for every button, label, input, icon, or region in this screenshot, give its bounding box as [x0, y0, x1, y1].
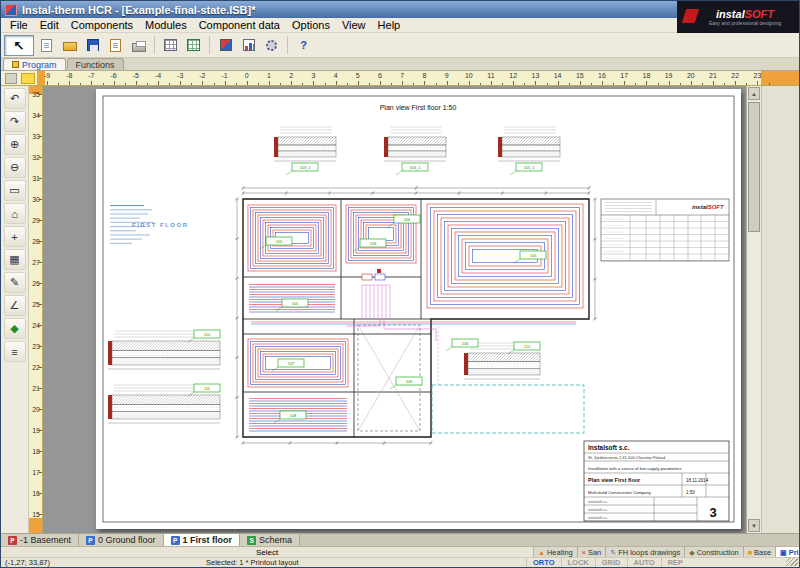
hruler-tick-minor [369, 83, 370, 85]
scroll-up-arrow[interactable]: ▲ [748, 87, 760, 100]
hruler-tick-minor [436, 83, 437, 85]
manifold [346, 269, 436, 341]
vertical-scrollbar[interactable]: ▲ ▼ [746, 86, 761, 533]
floor-tab-bar: P-1 BasementP0 Ground floorP1 First floo… [1, 533, 799, 546]
menu-edit[interactable]: Edit [34, 19, 65, 31]
hruler-tick-minor [724, 83, 725, 85]
diagram-button[interactable] [238, 35, 259, 56]
vruler-tick [38, 367, 42, 368]
menu-help[interactable]: Help [372, 19, 407, 31]
vertical-ruler[interactable]: 3534333231302928272625242322212019181716… [29, 86, 43, 533]
mode-tab-construction[interactable]: ◆Construction [685, 547, 744, 557]
floor-tab-1-first-floor[interactable]: P1 First floor [164, 534, 241, 546]
options-button[interactable] [261, 35, 282, 56]
toggle-lock[interactable]: LOCK [561, 558, 595, 567]
toggle-auto[interactable]: AUTO [627, 558, 661, 567]
menu-modules[interactable]: Modules [139, 19, 193, 31]
tab-functions[interactable]: Functions [67, 58, 124, 70]
app-window: Instal-therm HCR - [Example-final-state.… [0, 0, 800, 568]
pan-icon: + [11, 231, 17, 243]
zoom-window-button[interactable]: ▭ [4, 180, 26, 201]
menu-options[interactable]: Options [286, 19, 336, 31]
mode-tab-bar: ▲Heating×San✎FH loops drawings◆Construct… [534, 547, 799, 557]
hruler-number: 12 [509, 72, 517, 79]
menu-component-data[interactable]: Component data [193, 19, 286, 31]
toggle-orto[interactable]: ORTO [526, 558, 561, 567]
zoom-out-button[interactable]: ⊖ [4, 157, 26, 178]
layers-button[interactable]: ≡ [4, 341, 26, 362]
hruler-number: 21 [709, 72, 717, 79]
loop-label: 101 [292, 301, 299, 306]
mode-tab-fh-loops-drawings[interactable]: ✎FH loops drawings [606, 547, 685, 557]
measure-button[interactable]: ∠ [4, 295, 26, 316]
hruler-tick [424, 81, 425, 85]
vruler-tick [38, 409, 42, 410]
zoom-fit-icon: ⌂ [11, 208, 18, 220]
zoom-in-button[interactable]: ⊕ [4, 134, 26, 155]
mode-tab-base[interactable]: ■Base [744, 547, 776, 557]
menu-view[interactable]: View [336, 19, 372, 31]
resize-grip[interactable] [786, 557, 798, 566]
mode-tab-san[interactable]: ×San [578, 547, 606, 557]
floor-tab-label: 1 First floor [183, 535, 233, 545]
insert-component-button[interactable]: ◆ [4, 318, 26, 339]
print-icon [132, 43, 146, 52]
hruler-number: 3 [311, 72, 315, 79]
hruler-number: 17 [620, 72, 628, 79]
mode-tab-label: Printout [789, 548, 799, 557]
results-table-button[interactable] [183, 35, 204, 56]
undo-button[interactable]: ↶ [4, 88, 26, 109]
hruler-tick [713, 81, 714, 85]
help-button[interactable]: ? [293, 35, 314, 56]
draw-pipe-button[interactable]: ✎ [4, 272, 26, 293]
floor-tab-icon: P [8, 536, 17, 545]
component-table-button[interactable] [160, 35, 181, 56]
tools-icon: ◆ [689, 549, 694, 556]
tab-program[interactable]: Program [3, 58, 66, 70]
pan-button[interactable]: + [4, 226, 26, 247]
scroll-down-arrow[interactable]: ▼ [748, 519, 760, 532]
loop-label: 105_1 [523, 165, 535, 170]
hruler-tick-minor [80, 83, 81, 85]
menu-file[interactable]: File [4, 19, 34, 31]
redo-button[interactable]: ↷ [4, 111, 26, 132]
mode-tab-printout[interactable]: ▣Printout [776, 547, 799, 557]
print-button[interactable] [128, 35, 149, 56]
hruler-tick [69, 81, 70, 85]
project-data-button[interactable] [105, 35, 126, 56]
hruler-tick-minor [502, 83, 503, 85]
new-project-button[interactable] [36, 35, 57, 56]
menu-components[interactable]: Components [65, 19, 139, 31]
hruler-tick-minor [280, 83, 281, 85]
loop-label: 106 [462, 341, 469, 346]
cursor-coordinates: (-1,27; 33,87) [1, 558, 206, 567]
program-tab-icon [12, 61, 19, 68]
modules-button[interactable] [215, 35, 236, 56]
mode-tab-heating[interactable]: ▲Heating [534, 547, 578, 557]
floor-tab-schema[interactable]: SSchema [240, 534, 300, 546]
select-area-button[interactable]: ▦ [4, 249, 26, 270]
toggle-rep[interactable]: REP [661, 558, 689, 567]
hruler-tick [580, 81, 581, 85]
vruler-tick [38, 430, 42, 431]
horizontal-ruler[interactable]: -9-8-7-6-5-4-3-2-10123456789101112131415… [1, 71, 799, 86]
hruler-tick-minor [191, 83, 192, 85]
save-project-button[interactable] [82, 35, 103, 56]
toggle-grid[interactable]: GRID [595, 558, 627, 567]
floor-tab-0-ground-floor[interactable]: P0 Ground floor [79, 534, 164, 546]
cross-icon: × [582, 549, 586, 556]
vertical-scroll-thumb[interactable] [748, 102, 760, 232]
drawing-canvas[interactable]: Plan view First floor 1:50 FIRST FLOOR [43, 86, 746, 533]
select-tool-button[interactable]: ↖ [4, 35, 34, 56]
right-panel-filler [761, 86, 799, 533]
insert-component-icon: ◆ [10, 322, 18, 335]
floor-tab--1-basement[interactable]: P-1 Basement [1, 534, 79, 546]
zoom-fit-button[interactable]: ⌂ [4, 203, 26, 224]
drawing-page[interactable]: Plan view First floor 1:50 FIRST FLOOR [96, 89, 741, 529]
open-project-button[interactable] [59, 35, 80, 56]
hruler-number: 8 [422, 72, 426, 79]
hruler-tick [136, 81, 137, 85]
hruler-tick [447, 81, 448, 85]
terrace-outline [432, 385, 584, 433]
window-title: Instal-therm HCR - [Example-final-state.… [22, 4, 255, 16]
